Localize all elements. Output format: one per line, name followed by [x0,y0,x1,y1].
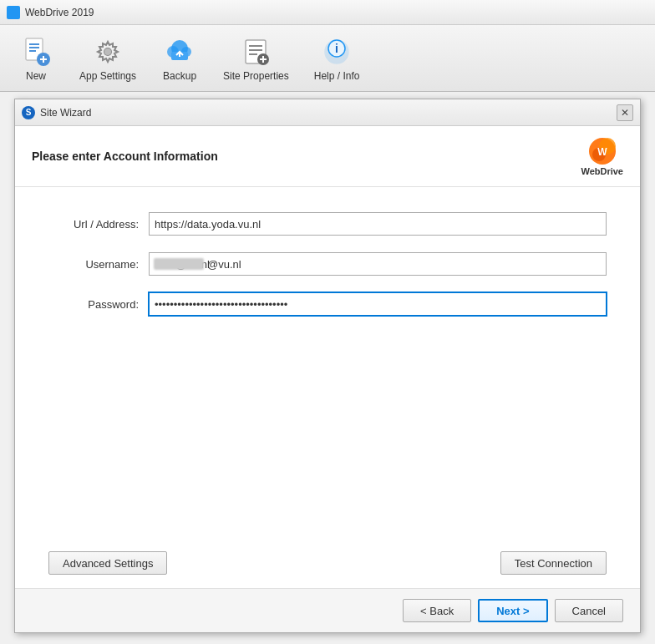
main-area: S Site Wizard ✕ Please enter Account Inf… [0,92,655,644]
dialog-title-bar: S Site Wizard ✕ [15,99,640,126]
test-connection-button[interactable]: Test Connection [500,551,607,575]
password-label: Password: [48,298,149,311]
backup-label: Backup [163,70,196,82]
svg-rect-17 [249,53,257,55]
url-row: Url / Address: [48,212,607,236]
dialog-title-icon: S [22,106,35,119]
dialog-close-button[interactable]: ✕ [617,104,633,121]
site-properties-label: Site Properties [223,70,289,82]
toolbar-backup-button[interactable]: Backup [150,30,209,87]
username-container: @vu.nl [149,252,607,276]
new-icon [19,35,53,68]
dialog-header-title: Please enter Account Information [32,150,218,163]
dialog-title-text: Site Wizard [40,107,91,119]
svg-rect-15 [249,45,262,47]
password-row: Password: [48,292,607,316]
svg-text:i: i [335,42,338,55]
dialog-header: Please enter Account Information W WebDr… [15,126,640,187]
backup-icon [163,35,196,68]
svg-rect-2 [29,47,39,48]
app-icon [7,6,20,19]
url-label: Url / Address: [48,218,149,231]
settings-icon [91,35,124,68]
properties-icon [239,35,272,68]
svg-rect-6 [43,56,44,63]
password-input[interactable] [149,292,607,316]
help-info-label: Help / Info [314,70,360,82]
svg-rect-3 [29,50,36,52]
webdrive-logo-text: WebDrive [581,166,623,176]
back-button[interactable]: < Back [403,599,471,622]
footer-right-buttons: Test Connection [500,551,607,575]
toolbar-new-button[interactable]: New [7,30,65,87]
next-button[interactable]: Next > [478,599,547,622]
toolbar-site-properties-button[interactable]: Site Properties [212,30,300,87]
dialog-footer-buttons: Advanced Settings Test Connection [15,538,640,588]
svg-point-8 [104,48,111,55]
webdrive-logo: W WebDrive [581,136,623,176]
title-bar: WebDrive 2019 [0,0,655,25]
cancel-button[interactable]: Cancel [555,599,623,622]
footer-left-buttons: Advanced Settings [48,551,167,575]
app-settings-label: App Settings [79,70,136,82]
svg-rect-13 [179,52,180,57]
svg-rect-1 [29,43,39,45]
username-row: Username: @vu.nl [48,252,607,276]
username-blur-overlay [154,258,204,270]
app-title: WebDrive 2019 [25,7,94,18]
svg-rect-20 [262,56,264,63]
svg-rect-16 [249,49,262,51]
toolbar-help-button[interactable]: i Help / Info [303,30,371,87]
help-icon: i [320,35,353,68]
advanced-settings-button[interactable]: Advanced Settings [48,551,167,575]
dialog-title-left: S Site Wizard [22,106,91,119]
toolbar: New App Settings Backup [0,25,655,92]
new-button-label: New [26,70,46,82]
username-input[interactable] [149,252,607,276]
site-wizard-dialog: S Site Wizard ✕ Please enter Account Inf… [14,99,641,633]
dialog-content: Url / Address: Username: @vu.nl Password… [15,187,640,538]
svg-text:W: W [597,146,607,158]
dialog-navigation: < Back Next > Cancel [15,588,640,632]
toolbar-app-settings-button[interactable]: App Settings [69,30,147,87]
username-label: Username: [48,258,149,271]
url-input[interactable] [149,212,607,236]
